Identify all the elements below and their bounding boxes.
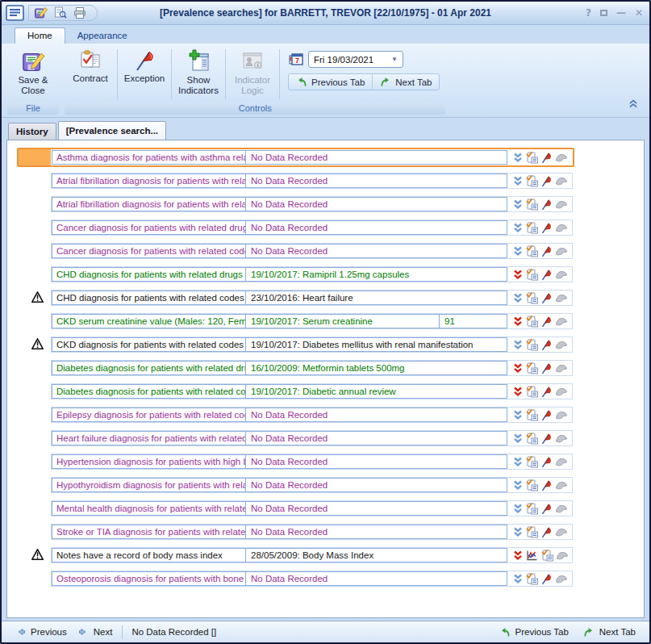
indicator-value-field[interactable]: 28/05/2009: Body Mass Index <box>246 549 507 562</box>
indicator-value-field[interactable]: 19/10/2017: Diabetes mellitus with renal… <box>246 338 507 351</box>
indicator-value-field[interactable]: 19/10/2017: Diabetic annual review <box>246 385 507 398</box>
flag-icon[interactable] <box>540 245 553 257</box>
clipboard-icon[interactable] <box>525 338 538 351</box>
clipboard-icon[interactable] <box>525 385 538 398</box>
clipboard-icon[interactable] <box>525 291 538 304</box>
indicator-row[interactable]: Epilepsy diagnosis for patients with rel… <box>17 405 574 424</box>
indicator-row[interactable]: Mental health diagnosis for patients wit… <box>17 499 574 518</box>
indicator-row[interactable]: Cancer diagnosis for patients with relat… <box>17 218 574 237</box>
help-icon[interactable]: ? <box>586 8 591 18</box>
indicator-value-field[interactable]: No Data Recorded <box>246 432 507 445</box>
indicator-value-field[interactable]: No Data Recorded <box>246 245 507 257</box>
indicator-row[interactable]: CKD diagnosis for patients with related … <box>17 335 574 354</box>
collapse-ribbon-button[interactable] <box>628 99 638 110</box>
exception-button[interactable]: Exception <box>119 47 169 84</box>
print-preview-button[interactable] <box>53 6 68 19</box>
clipboard-icon[interactable] <box>525 408 538 421</box>
clipboard-icon[interactable] <box>540 549 553 562</box>
indicator-row[interactable]: Diabetes diagnosis for patients with rel… <box>17 358 574 378</box>
expand-chevron-icon[interactable] <box>513 223 523 233</box>
indicator-row[interactable]: Cancer diagnosis for patients with relat… <box>17 241 574 261</box>
show-indicators-button[interactable]: Show Indicators <box>173 47 223 96</box>
expand-chevron-icon[interactable] <box>513 480 523 491</box>
contract-button[interactable]: Contract <box>65 47 115 84</box>
clipboard-icon[interactable] <box>525 198 538 211</box>
date-dropdown[interactable]: Fri 19/03/2021 ▼ <box>308 51 403 68</box>
flag-icon[interactable] <box>540 433 553 445</box>
flag-icon[interactable] <box>540 456 553 468</box>
expand-chevron-icon[interactable] <box>513 293 523 303</box>
expand-chevron-icon[interactable] <box>513 527 523 537</box>
expand-chevron-icon[interactable] <box>513 504 523 514</box>
indicator-numeric-field[interactable]: 91 <box>439 315 507 328</box>
next-tab-button-status[interactable]: Next Tab <box>578 627 641 638</box>
tab-appearance[interactable]: Appearance <box>65 28 140 44</box>
save-close-button[interactable]: Save & Close <box>8 47 58 96</box>
flag-icon[interactable] <box>540 503 553 515</box>
flag-icon[interactable] <box>540 152 553 164</box>
clipboard-icon[interactable] <box>525 268 538 281</box>
expand-chevron-icon[interactable] <box>513 246 523 257</box>
flag-icon[interactable] <box>540 526 553 538</box>
indicator-row[interactable]: Diabetes diagnosis for patients with rel… <box>17 382 574 401</box>
indicator-row[interactable]: Atrial fibrillation diagnosis for patien… <box>17 194 574 214</box>
flag-icon[interactable] <box>540 339 553 351</box>
close-icon[interactable]: ✕ <box>635 8 643 18</box>
expand-chevron-icon[interactable] <box>513 340 523 350</box>
flag-icon[interactable] <box>540 269 553 281</box>
chart-icon[interactable] <box>525 550 538 562</box>
indicator-row[interactable]: Atrial fibrillation diagnosis for patien… <box>17 171 574 190</box>
indicator-value-field[interactable]: No Data Recorded <box>246 502 507 515</box>
restore-icon[interactable] <box>600 10 607 16</box>
indicator-row[interactable]: CHD diagnosis for patients with related … <box>17 265 574 284</box>
expand-chevron-icon[interactable] <box>513 270 523 280</box>
expand-chevron-icon[interactable] <box>513 574 523 584</box>
app-menu-button[interactable] <box>6 5 24 21</box>
expand-chevron-icon[interactable] <box>513 550 523 561</box>
flag-icon[interactable] <box>540 386 553 398</box>
previous-tab-button-status[interactable]: Previous Tab <box>494 627 574 638</box>
indicator-value-field[interactable]: No Data Recorded <box>246 221 507 234</box>
clipboard-icon[interactable] <box>525 572 538 585</box>
print-button[interactable] <box>73 6 87 19</box>
flag-icon[interactable] <box>540 362 553 374</box>
expand-chevron-icon[interactable] <box>513 176 523 186</box>
flag-icon[interactable] <box>540 479 553 491</box>
expand-chevron-icon[interactable] <box>513 410 523 420</box>
clipboard-icon[interactable] <box>525 362 538 374</box>
clipboard-icon[interactable] <box>525 432 538 445</box>
clipboard-icon[interactable] <box>525 455 538 468</box>
clipboard-icon[interactable] <box>525 151 538 164</box>
clipboard-icon[interactable] <box>525 221 538 234</box>
expand-chevron-icon[interactable] <box>513 153 523 163</box>
clipboard-icon[interactable] <box>525 502 538 515</box>
indicator-value-field[interactable]: 19/10/2017: Ramipril 1.25mg capsules <box>246 268 507 281</box>
indicator-value-field[interactable]: No Data Recorded <box>246 174 507 187</box>
flag-icon[interactable] <box>540 316 553 328</box>
indicator-value-field[interactable]: No Data Recorded <box>246 408 507 421</box>
flag-icon[interactable] <box>540 199 553 211</box>
previous-button[interactable]: Previous <box>10 627 73 637</box>
indicator-value-field[interactable]: 23/10/2016: Heart failure <box>246 291 507 304</box>
expand-chevron-icon[interactable] <box>513 316 523 327</box>
quick-save-button[interactable] <box>34 6 48 19</box>
minimize-icon[interactable]: — <box>616 8 626 18</box>
clipboard-icon[interactable] <box>525 245 538 257</box>
indicator-value-field[interactable]: No Data Recorded <box>246 572 507 585</box>
clipboard-icon[interactable] <box>525 315 538 328</box>
next-button[interactable]: Next <box>73 627 119 637</box>
indicator-row[interactable]: Hypothyroidism diagnosis for patients wi… <box>17 475 574 495</box>
flag-icon[interactable] <box>540 222 553 234</box>
tab-home[interactable]: Home <box>15 27 65 44</box>
indicator-row[interactable]: Asthma diagnosis for patients with asthm… <box>17 148 574 167</box>
indicator-row[interactable]: Osteoporosis diagnosis for patients with… <box>17 569 574 588</box>
clipboard-icon[interactable] <box>525 174 538 187</box>
expand-chevron-icon[interactable] <box>513 199 523 210</box>
indicator-value-field[interactable]: 19/10/2017: Serum creatinine <box>246 315 439 328</box>
indicator-value-field[interactable]: No Data Recorded <box>246 525 507 538</box>
flag-icon[interactable] <box>540 409 553 421</box>
indicator-row[interactable]: Hypertension diagnosis for patients with… <box>17 452 574 471</box>
indicator-row[interactable]: Stroke or TIA diagnosis for patients wit… <box>17 522 574 542</box>
indicator-value-field[interactable]: No Data Recorded <box>246 479 507 491</box>
clipboard-icon[interactable] <box>525 525 538 538</box>
